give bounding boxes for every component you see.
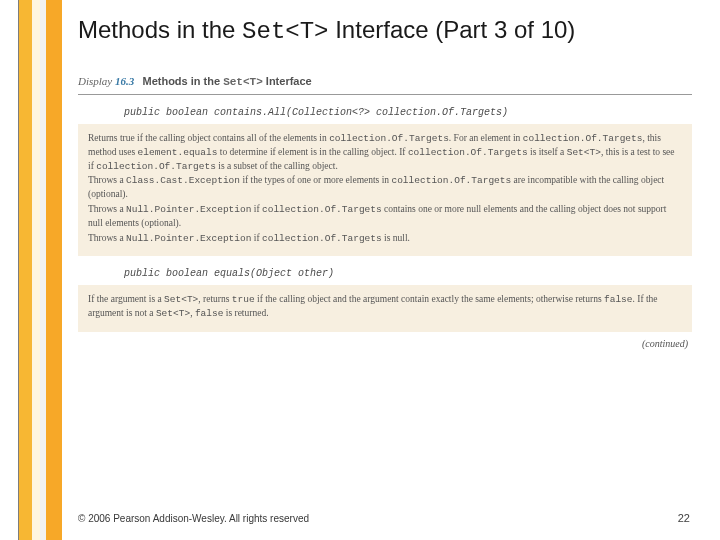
- method1-signature: public boolean contains.All(Collection<?…: [78, 101, 692, 124]
- display-caption-post: Interface: [263, 75, 312, 87]
- display-caption-code: Set<T>: [223, 76, 263, 88]
- title-code: Set<T>: [242, 18, 328, 45]
- page-number: 22: [678, 512, 690, 524]
- stripe-gradient: [18, 0, 62, 540]
- figure-area: Display 16.3 Methods in the Set<T> Inter…: [78, 71, 692, 349]
- display-header: Display 16.3 Methods in the Set<T> Inter…: [78, 71, 692, 95]
- title-pre: Methods in the: [78, 16, 242, 43]
- title-post: Interface (Part 3 of 10): [329, 16, 576, 43]
- display-caption-pre: Methods in the: [142, 75, 223, 87]
- method-box-1: public boolean contains.All(Collection<?…: [78, 101, 692, 256]
- method1-description: Returns true if the calling object conta…: [78, 124, 692, 256]
- continued-label: (continued): [78, 332, 692, 349]
- method2-signature: public boolean equals(Object other): [78, 262, 692, 285]
- method2-description: If the argument is a Set<T>, returns tru…: [78, 285, 692, 332]
- method-box-2: public boolean equals(Object other) If t…: [78, 262, 692, 332]
- copyright-text: © 2006 Pearson Addison-Wesley. All right…: [78, 513, 309, 524]
- display-label: Display: [78, 75, 115, 87]
- display-number: 16.3: [115, 75, 134, 87]
- footer: © 2006 Pearson Addison-Wesley. All right…: [78, 512, 690, 524]
- slide-content: Methods in the Set<T> Interface (Part 3 …: [78, 14, 692, 520]
- decorative-stripe: [0, 0, 62, 540]
- slide-title: Methods in the Set<T> Interface (Part 3 …: [78, 14, 692, 47]
